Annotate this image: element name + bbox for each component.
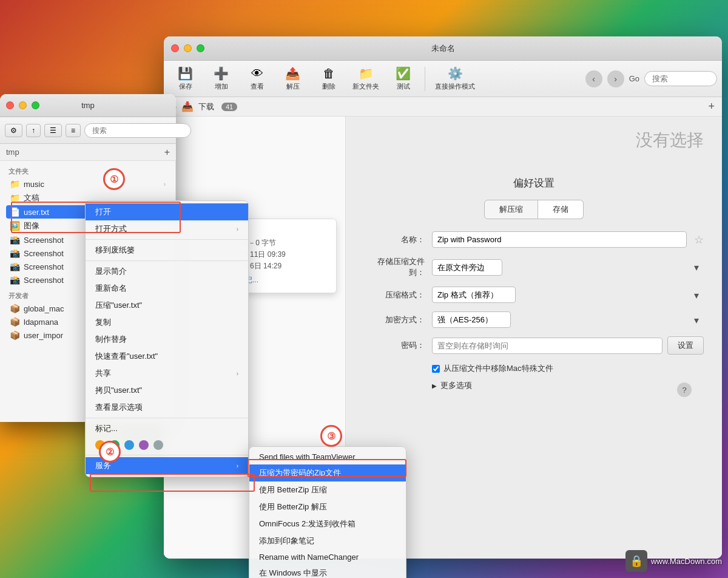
- finder-share-btn[interactable]: ↑: [26, 124, 41, 137]
- tag-blue[interactable]: [124, 440, 134, 450]
- ctx-share[interactable]: 共享 ›: [86, 365, 248, 382]
- pref-encrypt-select-wrap: 强（AES-256）: [432, 311, 704, 328]
- finder-layout-btn[interactable]: ☰: [44, 124, 62, 137]
- tag-purple[interactable]: [139, 440, 149, 450]
- extract-icon: 📤: [285, 66, 300, 81]
- finder-maximize-button[interactable]: [32, 101, 39, 109]
- view-button[interactable]: 👁 查看: [240, 64, 274, 93]
- pref-password-input[interactable]: [432, 338, 662, 354]
- sub-betterzip-extract[interactable]: 使用 BetterZip 解压: [249, 498, 406, 515]
- pref-saveto-select[interactable]: 在原文件旁边: [432, 259, 502, 276]
- tab-store[interactable]: 存储: [538, 200, 584, 219]
- file-screenshot4-icon: 📸: [10, 275, 20, 285]
- finder-item-music[interactable]: 📁 music ›: [6, 177, 169, 191]
- path-label: 下载: [198, 101, 214, 112]
- pref-password-input-area: 设置: [432, 336, 704, 355]
- sub-windows-show[interactable]: 在 Windows 中显示: [249, 565, 406, 578]
- file-ldap-icon: 📦: [10, 317, 20, 327]
- ctx-alias[interactable]: 制作替身: [86, 331, 248, 348]
- pref-encrypt-row: 加密方式： 强（AES-256）: [364, 311, 704, 328]
- pref-set-button[interactable]: 设置: [667, 336, 704, 355]
- pref-format-select[interactable]: Zip 格式（推荐）: [432, 287, 516, 303]
- finder-minimize-button[interactable]: [19, 101, 27, 109]
- ctx-trash[interactable]: 移到废纸篓: [86, 242, 248, 259]
- ctx-quicklook[interactable]: 快速查看"user.txt": [86, 348, 248, 365]
- pref-encrypt-select[interactable]: 强（AES-256）: [432, 311, 511, 328]
- ctx-view-options[interactable]: 查看显示选项: [86, 399, 248, 416]
- ctx-compress[interactable]: 压缩"user.txt": [86, 297, 248, 314]
- main-toolbar: 💾 保存 ➕ 增加 👁 查看 📤 解压 🗑 删除 📁 新文件夹 ✅ 测试: [164, 61, 722, 97]
- close-button[interactable]: [171, 44, 179, 52]
- file-screenshot1-icon: 📸: [10, 235, 20, 245]
- sub-namechanger[interactable]: Rename with NameChanger: [249, 549, 406, 565]
- save-label: 保存: [179, 82, 192, 91]
- ctx-sep-2: [86, 260, 248, 261]
- pref-star-icon[interactable]: ☆: [694, 233, 704, 246]
- delete-label: 删除: [322, 82, 335, 91]
- finder-path-plus[interactable]: +: [164, 147, 170, 158]
- pref-remove-mac-row: 从压缩文件中移除Mac特殊文件: [364, 363, 704, 374]
- no-selection-area: 没有选择: [346, 117, 722, 164]
- ctx-copy[interactable]: 复制: [86, 314, 248, 331]
- finder-path-label: tmp: [6, 148, 19, 157]
- pref-more-options[interactable]: ▶ 更多选项: [364, 380, 704, 391]
- ctx-open-with[interactable]: 打开方式 ›: [86, 220, 248, 237]
- search-input[interactable]: [644, 71, 717, 86]
- test-icon: ✅: [396, 66, 411, 81]
- window-controls: [171, 44, 204, 52]
- finder-view-btn[interactable]: ⚙: [5, 124, 22, 137]
- file-global-icon: 📦: [10, 304, 20, 313]
- extract-button[interactable]: 📤 解压: [276, 64, 309, 93]
- path-badge: 41: [221, 103, 237, 111]
- finder-search-input[interactable]: [84, 123, 191, 138]
- save-button[interactable]: 💾 保存: [169, 64, 202, 93]
- toolbar-separator: [425, 67, 425, 91]
- help-button[interactable]: ?: [677, 382, 692, 397]
- finder-close-button[interactable]: [6, 101, 14, 109]
- minimize-button[interactable]: [184, 44, 192, 52]
- new-folder-label: 新文件夹: [352, 82, 379, 91]
- delete-icon: 🗑: [323, 67, 335, 81]
- ctx-tags[interactable]: 标记...: [86, 420, 248, 437]
- tab-extract[interactable]: 解压缩: [484, 200, 538, 219]
- ctx-open-with-arrow: ›: [237, 226, 238, 233]
- ctx-rename[interactable]: 重新命名: [86, 280, 248, 297]
- add-button[interactable]: ➕ 增加: [204, 64, 238, 93]
- finder-sort-btn[interactable]: ≡: [66, 124, 81, 137]
- tag-gray[interactable]: [153, 440, 163, 450]
- watermark-text: www.MacDown.com: [651, 557, 722, 566]
- new-folder-button[interactable]: 📁 新文件夹: [348, 64, 384, 93]
- callout-3: ③: [320, 425, 342, 447]
- watermark-icon: 🔒: [625, 550, 647, 572]
- finder-item-music-name: music: [24, 180, 160, 189]
- services-submenu: Send files with TeamViewer 压缩为带密码的Zip文件 …: [249, 446, 406, 578]
- pref-password-label: 密码：: [364, 340, 425, 351]
- ctx-info[interactable]: 显示简介: [86, 263, 248, 280]
- delete-button[interactable]: 🗑 删除: [312, 64, 345, 93]
- direct-mode-button[interactable]: ⚙️ 直接操作模式: [430, 64, 480, 93]
- pref-name-input[interactable]: [432, 231, 687, 248]
- sub-omnifocus[interactable]: OmniFocus 2:发送到收件箱: [249, 515, 406, 532]
- sub-betterzip-compress2[interactable]: 使用 BetterZip 压缩: [249, 481, 406, 498]
- test-label: 测试: [397, 82, 410, 91]
- nav-forward-button[interactable]: ›: [607, 70, 624, 87]
- ctx-copy2[interactable]: 拷贝"user.txt": [86, 382, 248, 399]
- finder-window-controls: [6, 101, 39, 109]
- extract-label: 解压: [286, 82, 300, 91]
- ctx-open[interactable]: 打开: [86, 203, 248, 220]
- pref-format-row: 压缩格式： Zip 格式（推荐）: [364, 287, 704, 303]
- test-button[interactable]: ✅ 测试: [386, 64, 420, 93]
- maximize-button[interactable]: [197, 44, 204, 52]
- pref-remove-mac-checkbox[interactable]: [432, 365, 440, 373]
- sub-teamviewer[interactable]: Send files with TeamViewer: [249, 449, 406, 464]
- path-add-button[interactable]: +: [708, 100, 715, 113]
- nav-back-button[interactable]: ‹: [585, 70, 602, 87]
- direct-mode-icon: ⚙️: [448, 66, 463, 81]
- folder-images-icon: 🖼️: [10, 221, 20, 231]
- add-icon: ➕: [214, 66, 229, 81]
- sub-evernote[interactable]: 添加到印象笔记: [249, 532, 406, 549]
- add-label: 增加: [215, 82, 228, 91]
- sub-betterzip-compress[interactable]: 压缩为带密码的Zip文件: [249, 464, 406, 481]
- chevron-right-icon: ›: [164, 181, 166, 188]
- direct-mode-label: 直接操作模式: [435, 82, 475, 91]
